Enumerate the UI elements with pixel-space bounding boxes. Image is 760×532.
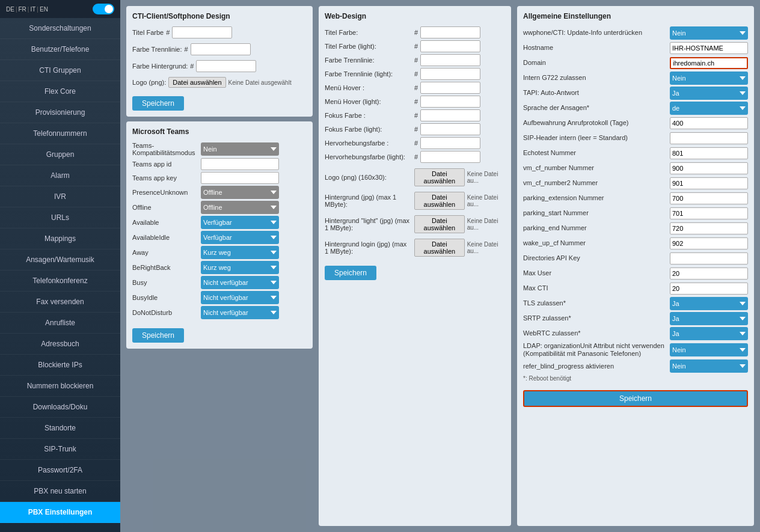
- teams-select-7[interactable]: Kurz weg: [201, 246, 279, 259]
- sidebar-item-ansagenwartemusik[interactable]: Ansagen/Wartemusik: [0, 249, 120, 271]
- sidebar-item-provisionierung[interactable]: Provisionierung: [0, 102, 120, 123]
- sidebar-item-sip-trunk[interactable]: SIP-Trunk: [0, 439, 120, 460]
- allgemein-input-1[interactable]: [670, 42, 748, 54]
- teams-select-3[interactable]: Offline: [201, 186, 279, 199]
- sidebar-item-flex-core[interactable]: Flex Core: [0, 81, 120, 102]
- sidebar-item-gruppen[interactable]: Gruppen: [0, 144, 120, 165]
- farbe-hintergrund-input[interactable]: [196, 60, 256, 72]
- allgemein-input-7[interactable]: [670, 132, 748, 144]
- teams-row-label-9: Busy: [132, 279, 198, 286]
- web-color-4[interactable]: [420, 82, 480, 94]
- teams-input-1[interactable]: [201, 158, 279, 170]
- sidebar-item-telefonnummern[interactable]: Telefonnummern: [0, 123, 120, 144]
- allgemein-input-9[interactable]: [670, 162, 748, 174]
- allgemein-row-20: WebRTC zulassen*Ja: [523, 327, 748, 340]
- teams-row-9: BusyNicht verfügbar: [132, 276, 307, 289]
- web-hintergrund-light-file-btn[interactable]: Datei auswählen: [414, 215, 465, 233]
- allgemein-input-11[interactable]: [670, 192, 748, 204]
- teams-input-2[interactable]: [201, 172, 279, 184]
- allgemein-select-4[interactable]: Ja: [670, 87, 748, 100]
- allgemein-input-17[interactable]: [670, 283, 748, 295]
- sidebar-item-alarm[interactable]: Alarm: [0, 165, 120, 186]
- allgemein-select-5[interactable]: de: [670, 102, 748, 115]
- allgemein-label-17: Max CTI: [523, 284, 667, 292]
- allgemein-label-14: wake_up_cf Nummer: [523, 239, 667, 247]
- web-color-5[interactable]: [420, 96, 480, 108]
- web-hintergrund-light-row: Hintergrund "light" (jpg) (max 1 MByte):…: [325, 215, 505, 233]
- sidebar-item-pbx-einstellungen[interactable]: PBX Einstellungen: [0, 502, 120, 523]
- sidebar-item-mappings[interactable]: Mappings: [0, 228, 120, 249]
- web-color-1[interactable]: [420, 40, 480, 52]
- web-color-2[interactable]: [420, 54, 480, 66]
- sidebar-item-anrufliste[interactable]: Anrufliste: [0, 313, 120, 334]
- allgemein-select-0[interactable]: Nein: [670, 26, 748, 40]
- language-selector[interactable]: DE | FR | IT | EN: [6, 6, 48, 13]
- web-hintergrund-file-btn[interactable]: Datei auswählen: [414, 192, 465, 210]
- allgemein-input-8[interactable]: [670, 147, 748, 159]
- lang-de[interactable]: DE: [6, 6, 14, 13]
- web-logo-file-btn[interactable]: Datei auswählen: [414, 168, 465, 186]
- web-color-8[interactable]: [420, 137, 480, 149]
- web-color-6[interactable]: [420, 109, 480, 121]
- web-color-3[interactable]: [420, 68, 480, 80]
- allgemein-row-12: parking_start Nummer: [523, 207, 748, 220]
- allgemein-select-19[interactable]: Ja: [670, 312, 748, 325]
- allgemein-select-18[interactable]: Ja: [670, 297, 748, 310]
- teams-select-9[interactable]: Nicht verfügbar: [201, 276, 279, 289]
- sidebar-item-pbx-neu-starten[interactable]: PBX neu starten: [0, 481, 120, 502]
- web-hintergrund-login-file-btn[interactable]: Datei auswählen: [414, 239, 465, 257]
- web-row-label-4: Menü Hover :: [325, 84, 412, 91]
- farbe-trennlinie-input[interactable]: [191, 43, 251, 55]
- left-column: CTI-Client/Softphone Design Titel Farbe …: [126, 6, 313, 526]
- teams-select-4[interactable]: Offline: [201, 201, 279, 214]
- sidebar-item-fax-versenden[interactable]: Fax versenden: [0, 292, 120, 313]
- teams-select-11[interactable]: Nicht verfügbar: [201, 306, 279, 319]
- sidebar-item-standorte[interactable]: Standorte: [0, 418, 120, 439]
- teams-select-0[interactable]: Nein: [201, 142, 279, 156]
- allgemein-input-6[interactable]: [670, 117, 748, 129]
- logo-file-btn[interactable]: Datei auswählen: [168, 77, 225, 88]
- web-color-9[interactable]: [420, 151, 480, 163]
- allgemein-select-20[interactable]: Ja: [670, 327, 748, 340]
- web-row-1: Titel Farbe (light):#: [325, 40, 505, 52]
- allgemein-input-10[interactable]: [670, 177, 748, 189]
- web-save-btn[interactable]: Speichern: [325, 266, 376, 280]
- web-panel-title: Web-Design: [325, 12, 505, 20]
- web-color-7[interactable]: [420, 123, 480, 135]
- web-color-0[interactable]: [420, 26, 480, 38]
- teams-select-10[interactable]: Nicht verfügbar: [201, 291, 279, 304]
- allgemein-input-2[interactable]: [670, 57, 748, 69]
- sidebar-item-ivr[interactable]: IVR: [0, 186, 120, 207]
- allgemein-input-16[interactable]: [670, 268, 748, 280]
- sidebar-item-urls[interactable]: URLs: [0, 207, 120, 228]
- teams-select-5[interactable]: Verfügbar: [201, 216, 279, 229]
- sidebar-item-passwort2fa[interactable]: Passwort/2FA: [0, 460, 120, 481]
- allgemein-input-15[interactable]: [670, 252, 748, 264]
- cti-save-btn[interactable]: Speichern: [132, 96, 184, 111]
- allgemein-input-12[interactable]: [670, 207, 748, 219]
- allgemein-input-13[interactable]: [670, 222, 748, 234]
- allgemein-select-3[interactable]: Nein: [670, 72, 748, 85]
- teams-select-8[interactable]: Kurz weg: [201, 261, 279, 274]
- titel-farbe-input[interactable]: [172, 26, 232, 38]
- sidebar-item-downloadsdoku[interactable]: Downloads/Doku: [0, 397, 120, 418]
- lang-it[interactable]: IT: [30, 6, 35, 13]
- sidebar-item-adressbuch[interactable]: Adressbuch: [0, 334, 120, 355]
- allgemein-select-22[interactable]: Nein: [670, 359, 748, 373]
- lang-fr[interactable]: FR: [19, 6, 26, 13]
- sidebar-item-sonderschaltungen[interactable]: Sonderschaltungen: [0, 18, 120, 39]
- sidebar-item-telefonkonferenz[interactable]: Telefonkonferenz: [0, 271, 120, 292]
- lang-en[interactable]: EN: [40, 6, 48, 13]
- sidebar-item-blockierte-ips[interactable]: Blockierte IPs: [0, 355, 120, 376]
- sidebar-item-nummern-blockieren[interactable]: Nummern blockieren: [0, 376, 120, 397]
- cti-panel: CTI-Client/Softphone Design Titel Farbe …: [126, 6, 313, 117]
- sidebar-item-benutzertelefone[interactable]: Benutzer/Telefone: [0, 39, 120, 60]
- theme-toggle[interactable]: [93, 4, 114, 14]
- allgemein-save-btn[interactable]: Speichern: [523, 390, 748, 407]
- teams-save-btn[interactable]: Speichern: [132, 328, 184, 343]
- teams-select-6[interactable]: Verfügbar: [201, 231, 279, 244]
- allgemein-select-21[interactable]: Nein: [670, 343, 748, 356]
- sidebar-item-cti-gruppen[interactable]: CTI Gruppen: [0, 60, 120, 81]
- web-row-label-9: Hervorhebungsfarbe (light):: [325, 153, 412, 161]
- allgemein-input-14[interactable]: [670, 237, 748, 249]
